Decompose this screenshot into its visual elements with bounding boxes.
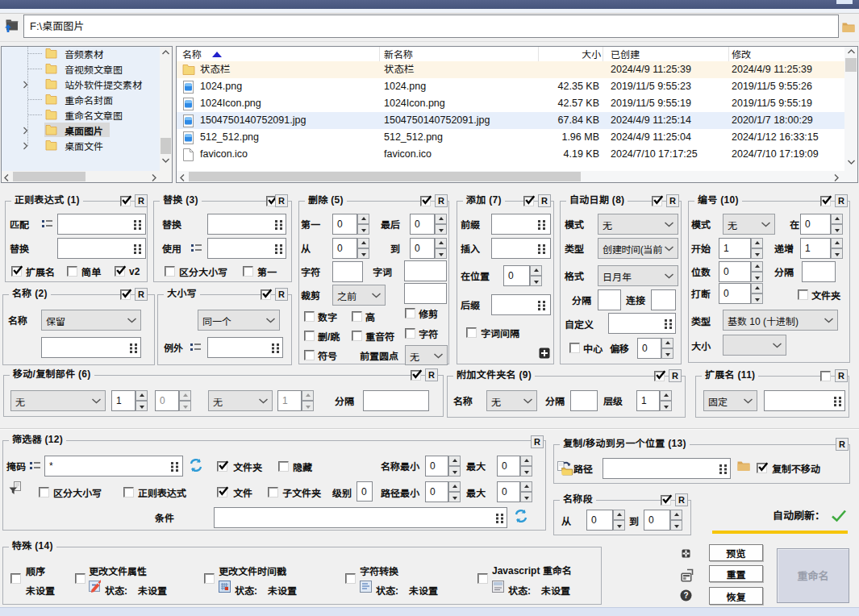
svg-text:?: ? xyxy=(683,591,688,600)
